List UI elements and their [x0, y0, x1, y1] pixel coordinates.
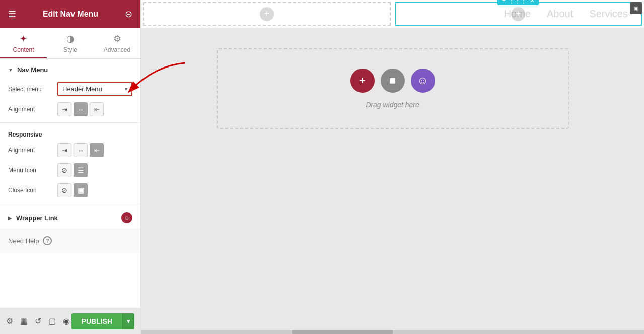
align-center-button[interactable]: ↔	[74, 102, 88, 116]
canvas-scrollbar-thumb[interactable]	[292, 330, 393, 334]
nav-menu-section-header[interactable]: ▼ Nav Menu	[0, 59, 140, 79]
align-left-button[interactable]: ⇥	[57, 102, 71, 116]
select-menu-dropdown[interactable]: Header Menu ▾	[57, 82, 132, 96]
resp-align-center-button[interactable]: ↔	[74, 143, 88, 157]
sidebar-content: ▼ Nav Menu Select menu Header Menu ▾ Ali…	[0, 59, 140, 308]
drop-zone-text: Drag widget here	[366, 101, 419, 109]
select-menu-control: Header Menu ▾	[57, 82, 132, 96]
template-button[interactable]: ■	[381, 69, 405, 93]
hamburger-menu-icon[interactable]: ☰	[8, 9, 16, 20]
divider-1	[0, 122, 140, 123]
wrapper-link-arrow-icon: ▶	[8, 215, 12, 221]
sidebar-header: ☰ Edit Nav Menu ⊝	[0, 0, 140, 28]
tab-advanced[interactable]: ⚙ Advanced	[94, 28, 140, 58]
content-tab-label: Content	[13, 46, 34, 53]
resp-align-left-button[interactable]: ⇥	[57, 143, 71, 157]
footer-icons: ⚙ ▦ ↺ ▢ ◉	[6, 316, 70, 326]
select-menu-value: Header Menu	[62, 85, 102, 93]
divider-2	[0, 204, 140, 204]
canvas-nav-preview: + + ⋮⋮⋮ ✕ + ▣ Home About Se	[141, 0, 644, 28]
col-type-button[interactable]: ▣	[630, 2, 642, 14]
main-canvas: + + ⋮⋮⋮ ✕ + ▣ Home About Se	[141, 0, 644, 334]
layers-icon[interactable]: ▦	[20, 316, 28, 326]
responsive-alignment-control: ⇥ ↔ ⇤	[57, 143, 132, 157]
close-icon-row: Close Icon ⊘ ▣	[0, 180, 140, 201]
advanced-tab-icon: ⚙	[113, 33, 121, 44]
help-icon[interactable]: ?	[43, 236, 52, 245]
wrapper-link-emoji-icon: ☺	[121, 212, 132, 223]
sidebar-footer: ⚙ ▦ ↺ ▢ ◉ PUBLISH ▾	[0, 308, 140, 334]
wrapper-link-label: Wrapper Link	[16, 214, 117, 222]
select-menu-arrow-icon: ▾	[125, 86, 127, 92]
col-add-btn-1[interactable]: +	[260, 7, 274, 21]
col-close-control[interactable]: ✕	[528, 0, 536, 4]
nav-item-services[interactable]: Services	[589, 8, 628, 20]
nav-item-about[interactable]: About	[547, 8, 573, 20]
drop-zone: + ■ ☺ Drag widget here	[217, 48, 569, 129]
sidebar: ☰ Edit Nav Menu ⊝ ✦ Content ◑ Style ⚙ Ad…	[0, 0, 141, 334]
menu-icon-none-button[interactable]: ⊘	[57, 163, 71, 177]
style-tab-label: Style	[63, 46, 77, 53]
publish-dropdown-button[interactable]: ▾	[122, 313, 134, 329]
tab-content[interactable]: ✦ Content	[0, 28, 47, 58]
alignment-control: ⇥ ↔ ⇤	[57, 102, 132, 116]
responsive-alignment-label: Alignment	[8, 147, 53, 154]
col-move-control[interactable]: ⋮⋮⋮	[507, 0, 528, 4]
select-menu-row: Select menu Header Menu ▾	[0, 79, 140, 99]
nav-menu-arrow-icon: ▼	[8, 67, 13, 73]
add-widget-button[interactable]: +	[350, 69, 375, 93]
select-menu-label: Select menu	[8, 86, 53, 93]
responsive-label: Responsive	[0, 126, 140, 140]
need-help-text: Need Help	[8, 237, 39, 245]
canvas-col-1: +	[143, 2, 391, 26]
canvas-body: + ■ ☺ Drag widget here	[141, 28, 644, 330]
close-icon-control: ⊘ ▣	[57, 183, 132, 197]
settings-icon[interactable]: ⚙	[6, 316, 13, 326]
wrapper-link-section-header[interactable]: ▶ Wrapper Link ☺	[0, 207, 140, 228]
eye-icon[interactable]: ◉	[63, 316, 70, 326]
canvas-scrollbar[interactable]	[141, 330, 644, 334]
responsive-alignment-row: Alignment ⇥ ↔ ⇤	[0, 140, 140, 160]
emoji-button[interactable]: ☺	[411, 69, 435, 93]
menu-icon-control: ⊘ ☰	[57, 163, 132, 177]
publish-button[interactable]: PUBLISH	[71, 313, 122, 329]
history-icon[interactable]: ↺	[35, 316, 41, 326]
advanced-tab-label: Advanced	[104, 46, 130, 53]
close-icon-label: Close Icon	[8, 187, 53, 194]
style-tab-icon: ◑	[66, 33, 75, 44]
resp-align-right-button[interactable]: ⇤	[90, 143, 104, 157]
canvas-nav-menu: Home About Services	[488, 8, 644, 20]
align-right-button[interactable]: ⇤	[90, 102, 104, 116]
menu-icon-row: Menu Icon ⊘ ☰	[0, 160, 140, 180]
close-icon-x-button[interactable]: ▣	[74, 183, 88, 197]
publish-area: PUBLISH ▾	[71, 313, 134, 329]
alignment-row: Alignment ⇥ ↔ ⇤	[0, 99, 140, 119]
comments-icon[interactable]: ▢	[48, 316, 56, 326]
sidebar-title: Edit Nav Menu	[43, 10, 98, 19]
col-add-control[interactable]: +	[500, 0, 507, 4]
sidebar-tabs: ✦ Content ◑ Style ⚙ Advanced	[0, 28, 140, 59]
nav-menu-section-label: Nav Menu	[17, 66, 48, 74]
nav-item-home[interactable]: Home	[504, 8, 531, 20]
tab-style[interactable]: ◑ Style	[47, 28, 94, 58]
menu-icon-label: Menu Icon	[8, 167, 53, 174]
menu-icon-hamburger-button[interactable]: ☰	[74, 163, 88, 177]
content-tab-icon: ✦	[20, 33, 27, 44]
grid-icon[interactable]: ⊝	[125, 9, 132, 20]
col-controls: + ⋮⋮⋮ ✕	[497, 0, 539, 5]
alignment-label: Alignment	[8, 106, 53, 113]
need-help-area: Need Help ?	[0, 228, 140, 253]
drop-zone-buttons: + ■ ☺	[350, 69, 435, 93]
close-icon-none-button[interactable]: ⊘	[57, 183, 71, 197]
